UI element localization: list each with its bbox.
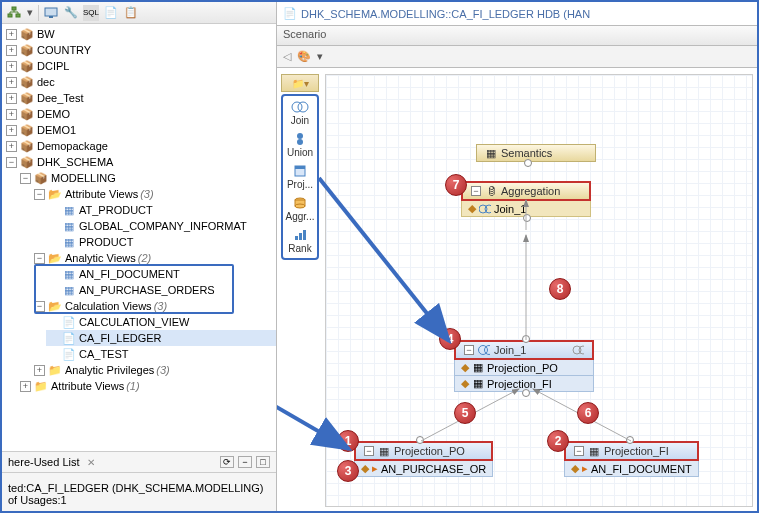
- maximize-button[interactable]: □: [256, 456, 270, 468]
- scenario-label: Scenario: [277, 26, 757, 46]
- package-icon: 📦: [20, 139, 34, 153]
- svg-rect-2: [16, 14, 20, 17]
- tree-item-demopackage[interactable]: +📦Demopackage: [4, 138, 276, 154]
- collapse-icon[interactable]: −: [471, 186, 481, 196]
- package-tree: +📦BW +📦COUNTRY +📦DCIPL +📦dec +📦Dee_Test …: [2, 24, 276, 451]
- package-icon: 📦: [20, 43, 34, 57]
- tree-toolbar: ▾ 🔧 SQL 📄 📋: [2, 2, 276, 24]
- tree-folder-attr-views[interactable]: −📂Attribute Views(3): [32, 186, 276, 202]
- tree-leaf-calculation-view[interactable]: 📄CALCULATION_VIEW: [46, 314, 276, 330]
- svg-point-27: [485, 205, 491, 213]
- palette-rank[interactable]: Rank: [288, 228, 311, 254]
- view-icon: ▦: [62, 235, 76, 249]
- package-icon: 📦: [34, 171, 48, 185]
- tree-item-modelling[interactable]: −📦MODELLING: [18, 170, 276, 186]
- folder-open-icon: 📂: [48, 251, 62, 265]
- node-projection-po[interactable]: −▦Projection_PO ◆▸AN_PURCHASE_OR: [354, 441, 493, 477]
- task-icon[interactable]: 📋: [123, 5, 139, 21]
- svg-rect-8: [49, 16, 53, 18]
- node-aggregation[interactable]: −🛢Aggregation ◆Join_1: [461, 181, 591, 217]
- tree-folder-analytic-views[interactable]: −📂Analytic Views(2): [32, 250, 276, 266]
- scenario-canvas[interactable]: 📁▾ Join Union Proj... Aggr... Rank: [277, 68, 757, 511]
- where-used-usages: of Usages:1: [8, 494, 270, 506]
- node-join1[interactable]: −Join_1 ◆▦Projection_PO ◆▦Projection_FI: [454, 340, 594, 392]
- palette-union[interactable]: Union: [287, 132, 313, 158]
- folder-open-icon: 📂: [48, 299, 62, 313]
- dropdown-icon[interactable]: ▾: [26, 5, 34, 21]
- minimize-button[interactable]: −: [238, 456, 252, 468]
- node-projection-po-input: ◆▸AN_PURCHASE_OR: [354, 461, 493, 477]
- tree-folder-analytic-priv[interactable]: +📁Analytic Privileges(3): [32, 362, 276, 378]
- tree-leaf-an-purchase-orders[interactable]: ▦AN_PURCHASE_ORDERS: [46, 282, 276, 298]
- tree-leaf-ca-fi-ledger[interactable]: 📄CA_FI_LEDGER: [46, 330, 276, 346]
- calc-view-icon: 📄: [62, 315, 76, 329]
- palette-join[interactable]: Join: [291, 100, 309, 126]
- svg-point-9: [292, 102, 302, 112]
- node-join1-input-po: ◆▦Projection_PO: [454, 360, 594, 376]
- svg-line-24: [421, 389, 519, 441]
- palette-aggregation[interactable]: Aggr...: [286, 196, 315, 222]
- node-projection-fi[interactable]: −▦Projection_FI ◆▸AN_FI_DOCUMENT: [564, 441, 699, 477]
- where-used-title: here-Used List: [8, 456, 80, 468]
- join-icon: [478, 344, 490, 356]
- projection-icon: ▦: [472, 378, 484, 390]
- tree-leaf-at-product[interactable]: ▦AT_PRODUCT: [46, 202, 276, 218]
- package-icon: 📦: [20, 75, 34, 89]
- canvas-grid[interactable]: ▦Semantics −🛢Aggregation ◆Join_1 −Join_1…: [325, 74, 753, 507]
- tree-item-demo1[interactable]: +📦DEMO1: [4, 122, 276, 138]
- package-icon: 📦: [20, 27, 34, 41]
- tree-leaf-global-company[interactable]: ▦GLOBAL_COMPANY_INFORMAT: [46, 218, 276, 234]
- folder-icon: 📁: [48, 363, 62, 377]
- refresh-button[interactable]: ⟳: [220, 456, 234, 468]
- collapse-icon[interactable]: −: [464, 345, 474, 355]
- folder-icon: 📁: [34, 379, 48, 393]
- monitor-icon[interactable]: [43, 5, 59, 21]
- tree-leaf-ca-test[interactable]: 📄CA_TEST: [46, 346, 276, 362]
- tree-leaf-product[interactable]: ▦PRODUCT: [46, 234, 276, 250]
- tree-folder-attr-views2[interactable]: +📁Attribute Views(1): [18, 378, 276, 394]
- calc-view-icon: 📄: [62, 331, 76, 345]
- node-projection-fi-input: ◆▸AN_FI_DOCUMENT: [564, 461, 699, 477]
- tree-item-bw[interactable]: +📦BW: [4, 26, 276, 42]
- package-icon: 📦: [20, 91, 34, 105]
- svg-rect-19: [299, 233, 302, 240]
- palette-icon[interactable]: 🎨: [297, 50, 311, 63]
- node-semantics[interactable]: ▦Semantics: [476, 144, 596, 162]
- view-icon: ▦: [62, 219, 76, 233]
- palette-drawer-icon[interactable]: 📁▾: [281, 74, 319, 92]
- dropdown-icon[interactable]: ▾: [317, 50, 323, 63]
- tree-item-dec[interactable]: +📦dec: [4, 74, 276, 90]
- tools-icon[interactable]: 🔧: [63, 5, 79, 21]
- svg-point-11: [297, 133, 303, 139]
- tree-leaf-an-fi-document[interactable]: ▦AN_FI_DOCUMENT: [46, 266, 276, 282]
- hierarchy-icon[interactable]: [6, 5, 22, 21]
- svg-rect-1: [8, 14, 12, 17]
- package-icon: 📦: [20, 59, 34, 73]
- svg-point-17: [295, 204, 305, 208]
- tree-folder-calc-views[interactable]: −📂Calculation Views(3): [32, 298, 276, 314]
- semantics-icon: ▦: [485, 147, 497, 159]
- sql-icon[interactable]: SQL: [83, 5, 99, 21]
- svg-point-12: [297, 139, 303, 145]
- aggregation-icon: 🛢: [485, 185, 497, 197]
- package-icon: 📦: [20, 107, 34, 121]
- tree-item-country[interactable]: +📦COUNTRY: [4, 42, 276, 58]
- calc-view-icon: 📄: [62, 347, 76, 361]
- svg-rect-18: [295, 236, 298, 240]
- doc-icon[interactable]: 📄: [103, 5, 119, 21]
- view-icon: ▦: [62, 283, 76, 297]
- tree-item-deetest[interactable]: +📦Dee_Test: [4, 90, 276, 106]
- view-icon: ▦: [62, 267, 76, 281]
- tree-item-dcipl[interactable]: +📦DCIPL: [4, 58, 276, 74]
- projection-icon: ▦: [472, 362, 484, 374]
- palette-projection[interactable]: Proj...: [287, 164, 313, 190]
- svg-rect-7: [45, 8, 57, 16]
- tree-item-demo[interactable]: +📦DEMO: [4, 106, 276, 122]
- join-indicator-icon: [572, 344, 584, 356]
- tree-item-dhk[interactable]: −📦DHK_SCHEMA: [4, 154, 276, 170]
- collapse-icon[interactable]: −: [364, 446, 374, 456]
- collapse-icon[interactable]: −: [574, 446, 584, 456]
- where-used-panel: here-Used List ✕ ⟳ − □ ted:CA_FI_LEDGER …: [2, 451, 276, 511]
- back-button[interactable]: ◁: [283, 50, 291, 63]
- svg-line-25: [533, 389, 631, 441]
